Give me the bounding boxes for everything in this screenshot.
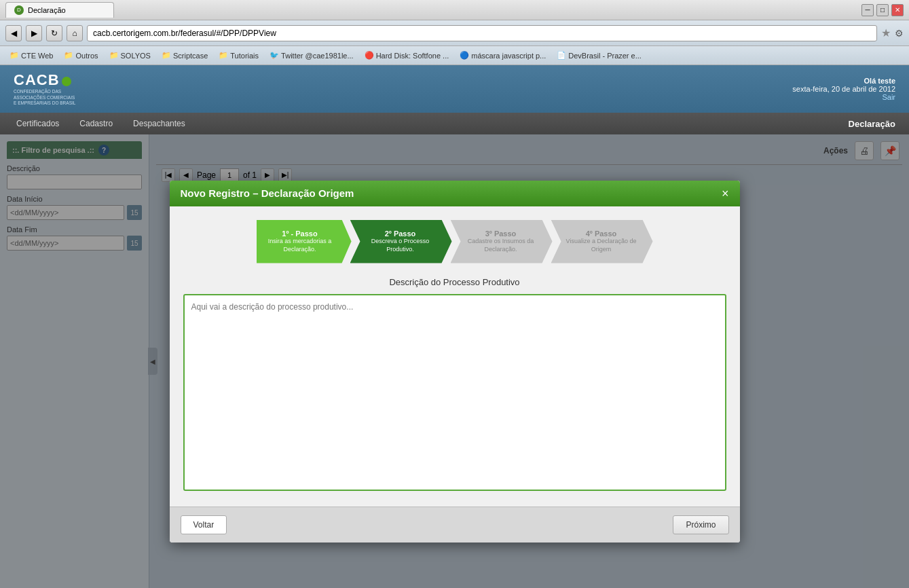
step-3-shape: 3º Passo Cadastre os Insumos da Declaraç… xyxy=(451,220,553,263)
modal-close-button[interactable]: × xyxy=(722,187,729,200)
nav-page-title: Declaração xyxy=(849,119,895,129)
nav-items: Certificados Cadastro Despachantes xyxy=(7,116,195,131)
user-date: sexta-feira, 20 de abril de 2012 xyxy=(792,85,895,93)
tab-favicon: D xyxy=(14,5,24,15)
logo-main-text: CACB xyxy=(14,71,81,89)
bookmark-outros[interactable]: 📁 Outros xyxy=(60,50,102,61)
folder-icon: 📁 xyxy=(10,51,19,60)
close-button[interactable]: ✕ xyxy=(891,4,904,16)
folder-icon: 📁 xyxy=(64,51,73,60)
window-controls: ─ □ ✕ xyxy=(861,4,904,16)
home-button[interactable]: ⌂ xyxy=(67,25,83,41)
user-info: Olá teste sexta-feira, 20 de abril de 20… xyxy=(792,77,895,101)
nav-cadastro[interactable]: Cadastro xyxy=(70,116,122,131)
description-textarea[interactable] xyxy=(183,294,726,491)
bookmark-harddisk[interactable]: 🔴 Hard Disk: Softfone ... xyxy=(360,50,453,61)
mascara-icon: 🔵 xyxy=(460,51,469,60)
back-button[interactable]: ◀ xyxy=(5,25,22,41)
folder-icon: 📁 xyxy=(219,51,228,60)
cacb-logo-box: CACB CONFEDERAÇÃO DAS ASSOCIAÇÕES COMERC… xyxy=(14,71,81,106)
step-4-number: 4º Passo xyxy=(586,229,617,238)
tab-title: Declaração xyxy=(28,6,66,14)
modal-footer: Voltar Próximo xyxy=(170,507,740,543)
modal-dialog: Novo Registro – Declaração Origem × 1º -… xyxy=(170,181,740,543)
app-nav: Certificados Cadastro Despachantes Decla… xyxy=(0,113,909,134)
address-bar[interactable] xyxy=(87,25,877,41)
bookmark-solyos[interactable]: 📁 SOLYOS xyxy=(105,50,155,61)
step-4-label: Visualize a Declaração de Origem xyxy=(566,238,637,253)
bookmark-cteweb[interactable]: 📁 CTE Web xyxy=(5,50,57,61)
twitter-icon: 🐦 xyxy=(270,51,279,60)
modal-title: Novo Registro – Declaração Origem xyxy=(181,187,354,199)
modal-header: Novo Registro – Declaração Origem × xyxy=(170,181,740,206)
app-logo: CACB CONFEDERAÇÃO DAS ASSOCIAÇÕES COMERC… xyxy=(14,71,81,108)
steps-container: 1º - Passo Insira as mercadorias a Decla… xyxy=(183,220,726,263)
bookmark-tutoriais[interactable]: 📁 Tutoriais xyxy=(215,50,263,61)
browser-toolbar: ◀ ▶ ↻ ⌂ ★ ⚙ xyxy=(0,20,909,46)
step-1-number: 1º - Passo xyxy=(282,229,317,238)
bookmark-mascara[interactable]: 🔵 máscara javascript p... xyxy=(456,50,550,61)
step-1-label: Insira as mercadorias a Declaração. xyxy=(265,238,335,253)
minimize-button[interactable]: ─ xyxy=(861,4,874,16)
modal-overlay: Novo Registro – Declaração Origem × 1º -… xyxy=(0,134,909,588)
reload-button[interactable]: ↻ xyxy=(46,25,62,41)
back-button[interactable]: Voltar xyxy=(181,515,227,534)
forward-button[interactable]: ▶ xyxy=(26,25,42,41)
bookmark-star[interactable]: ★ xyxy=(881,26,891,39)
section-label: Descrição do Processo Produtivo xyxy=(183,277,726,287)
step-2-shape: 2º Passo Descreva o Processo Produtivo. xyxy=(350,220,452,263)
bookmark-scriptcase[interactable]: 📁 Scriptcase xyxy=(157,50,212,61)
step-1-shape: 1º - Passo Insira as mercadorias a Decla… xyxy=(257,220,352,263)
modal-body: 1º - Passo Insira as mercadorias a Decla… xyxy=(170,206,740,507)
step-2: 2º Passo Descreva o Processo Produtivo. xyxy=(352,220,452,263)
nav-certificados[interactable]: Certificados xyxy=(7,116,69,131)
step-2-number: 2º Passo xyxy=(385,229,416,238)
bookmark-twitter[interactable]: 🐦 Twitter @cae1981le... xyxy=(265,50,358,61)
settings-icon[interactable]: ⚙ xyxy=(895,28,904,39)
bookmarks-bar: 📁 CTE Web 📁 Outros 📁 SOLYOS 📁 Scriptcase… xyxy=(0,46,909,65)
browser-frame: D Declaração ─ □ ✕ ◀ ▶ ↻ ⌂ ★ ⚙ 📁 CTE Web… xyxy=(0,0,909,588)
step-3-number: 3º Passo xyxy=(485,229,517,238)
step-4-shape: 4º Passo Visualize a Declaração de Orige… xyxy=(551,220,653,263)
bookmark-devbrasil[interactable]: 📄 DevBrasil - Prazer e... xyxy=(553,50,646,61)
app-area: CACB CONFEDERAÇÃO DAS ASSOCIAÇÕES COMERC… xyxy=(0,65,909,588)
folder-icon: 📁 xyxy=(109,51,119,60)
harddisk-icon: 🔴 xyxy=(365,51,374,60)
user-greeting: Olá teste xyxy=(792,77,895,85)
folder-icon: 📁 xyxy=(162,51,171,60)
nav-despachantes[interactable]: Despachantes xyxy=(124,116,195,131)
app-header: CACB CONFEDERAÇÃO DAS ASSOCIAÇÕES COMERC… xyxy=(0,65,909,113)
main-content: ::. Filtro de pesquisa .:: ? Descrição D… xyxy=(0,134,909,588)
user-exit[interactable]: Sair xyxy=(792,93,895,101)
step-2-label: Descreva o Processo Produtivo. xyxy=(365,238,436,253)
next-button[interactable]: Próximo xyxy=(673,515,728,534)
step-3-label: Cadastre os Insumos da Declaração. xyxy=(466,238,536,253)
devbrasil-icon: 📄 xyxy=(557,51,566,60)
step-3: 3º Passo Cadastre os Insumos da Declaraç… xyxy=(452,220,553,263)
step-1: 1º - Passo Insira as mercadorias a Decla… xyxy=(257,220,352,263)
logo-subtitle: CONFEDERAÇÃO DAS ASSOCIAÇÕES COMERCIAIS … xyxy=(14,89,78,106)
browser-titlebar: D Declaração ─ □ ✕ xyxy=(0,0,909,20)
browser-tab[interactable]: D Declaração xyxy=(5,2,114,18)
maximize-button[interactable]: □ xyxy=(876,4,889,16)
step-4: 4º Passo Visualize a Declaração de Orige… xyxy=(553,220,653,263)
